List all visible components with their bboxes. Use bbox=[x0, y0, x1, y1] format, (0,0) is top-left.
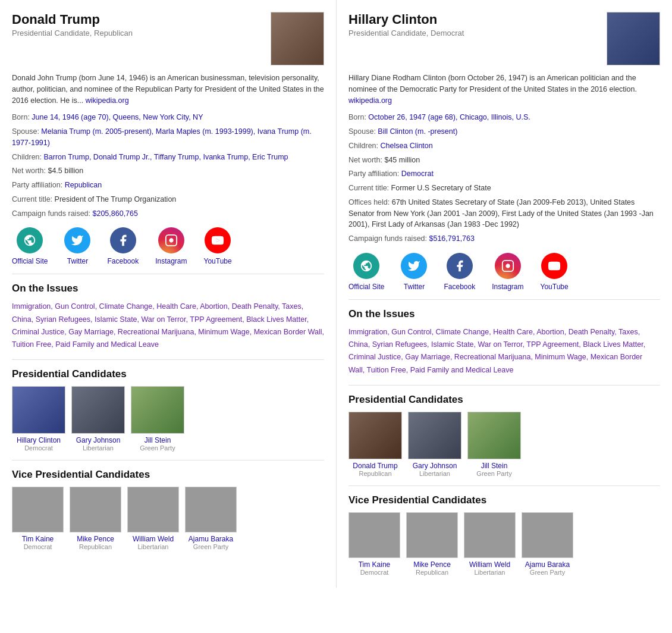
right-children-val[interactable]: Chelsea Clinton bbox=[381, 142, 433, 150]
right-social-facebook[interactable]: Facebook bbox=[444, 253, 475, 291]
r-issue-war[interactable]: War on Terror bbox=[478, 340, 523, 349]
issue-immigration[interactable]: Immigration bbox=[12, 302, 51, 311]
r-issue-immigration[interactable]: Immigration bbox=[348, 328, 387, 336]
right-vp-baraka[interactable]: Ajamu Baraka Green Party bbox=[522, 512, 573, 576]
right-wiki-link[interactable]: wikipedia.org bbox=[348, 96, 392, 105]
r-issue-china[interactable]: China bbox=[348, 340, 368, 349]
left-name-block: Donald Trump Presidential Candidate, Rep… bbox=[12, 12, 133, 37]
issue-family[interactable]: Paid Family and Medical Leave bbox=[55, 340, 159, 349]
right-vp-kaine-photo bbox=[348, 512, 400, 558]
r-issue-islamic[interactable]: Islamic State bbox=[431, 340, 474, 349]
r-issue-tpp[interactable]: TPP Agreement bbox=[526, 340, 579, 349]
issue-taxes[interactable]: Taxes bbox=[282, 302, 302, 311]
left-children-val[interactable]: Barron Trump, Donald Trump Jr., Tiffany … bbox=[44, 153, 288, 161]
right-vp-pence-name[interactable]: Mike Pence bbox=[413, 560, 451, 569]
right-vp-kaine-name[interactable]: Tim Kaine bbox=[359, 560, 391, 569]
left-pres-stein[interactable]: Jill Stein Green Party bbox=[131, 386, 184, 452]
issue-abortion[interactable]: Abortion bbox=[200, 302, 228, 311]
left-vp-pence[interactable]: Mike Pence Republican bbox=[70, 487, 121, 550]
right-vp-weld-name[interactable]: William Weld bbox=[469, 560, 510, 569]
right-pres-stein-name[interactable]: Jill Stein bbox=[481, 462, 508, 470]
right-vp-pence[interactable]: Mike Pence Republican bbox=[406, 512, 458, 576]
issue-healthcare[interactable]: Health Care bbox=[156, 302, 196, 311]
r-issue-family[interactable]: Paid Family and Medical Leave bbox=[410, 366, 514, 374]
left-pres-clinton-name[interactable]: Hillary Clinton bbox=[17, 436, 61, 444]
left-funds-val[interactable]: $205,860,765 bbox=[93, 209, 138, 218]
right-pres-stein[interactable]: Jill Stein Green Party bbox=[467, 412, 521, 477]
issue-minwage[interactable]: Minimum Wage bbox=[198, 328, 249, 336]
issue-china[interactable]: China bbox=[12, 315, 32, 324]
issue-tpp[interactable]: TPP Agreement bbox=[190, 315, 242, 324]
right-vp-weld[interactable]: William Weld Libertarian bbox=[464, 512, 516, 576]
right-pres-johnson[interactable]: Gary Johnson Libertarian bbox=[408, 412, 461, 477]
r-issue-healthcare[interactable]: Health Care bbox=[493, 328, 533, 336]
left-vp-pence-name[interactable]: Mike Pence bbox=[77, 535, 114, 543]
left-pres-clinton[interactable]: Hillary Clinton Democrat bbox=[12, 386, 65, 452]
r-issue-gay[interactable]: Gay Marriage bbox=[405, 353, 450, 361]
r-issue-minwage[interactable]: Minimum Wage bbox=[535, 353, 586, 361]
r-issue-gun[interactable]: Gun Control bbox=[391, 328, 431, 336]
left-wiki-link[interactable]: wikipedia.org bbox=[86, 96, 129, 105]
left-social-facebook[interactable]: Facebook bbox=[107, 227, 139, 265]
left-vp-baraka[interactable]: Ajamu Baraka Green Party bbox=[185, 487, 237, 550]
r-issue-refugees[interactable]: Syrian Refugees bbox=[372, 340, 427, 349]
issue-gay[interactable]: Gay Marriage bbox=[68, 328, 114, 336]
issue-tuition[interactable]: Tuition Free bbox=[12, 340, 51, 349]
right-party-val[interactable]: Democrat bbox=[401, 170, 434, 178]
r-issue-abortion[interactable]: Abortion bbox=[536, 328, 564, 336]
r-issue-crim[interactable]: Criminal Justice bbox=[348, 353, 401, 361]
left-issues-links[interactable]: Immigration, Gun Control, Climate Change… bbox=[12, 300, 324, 351]
right-pres-trump-name[interactable]: Donald Trump bbox=[353, 462, 397, 470]
issue-death[interactable]: Death Penalty bbox=[232, 302, 278, 311]
left-social-instagram[interactable]: Instagram bbox=[155, 227, 187, 265]
issue-marijuana[interactable]: Recreational Marijuana bbox=[118, 328, 194, 336]
left-vp-kaine-name[interactable]: Tim Kaine bbox=[22, 535, 54, 543]
r-issue-climate[interactable]: Climate Change bbox=[436, 328, 489, 336]
left-born-val[interactable]: June 14, 1946 (age 70), Queens, New York… bbox=[32, 113, 203, 121]
right-vp-kaine[interactable]: Tim Kaine Democrat bbox=[348, 512, 400, 576]
r-issue-marijuana[interactable]: Recreational Marijuana bbox=[454, 353, 531, 361]
issue-refugees[interactable]: Syrian Refugees bbox=[36, 315, 90, 324]
left-social-youtube[interactable]: YouTube bbox=[204, 227, 232, 265]
right-funds-val[interactable]: $516,791,763 bbox=[429, 234, 475, 243]
left-social-twitter[interactable]: Twitter bbox=[64, 227, 90, 265]
right-social-instagram[interactable]: Instagram bbox=[492, 253, 523, 291]
issue-crim[interactable]: Criminal Justice bbox=[12, 328, 64, 336]
left-vp-baraka-name[interactable]: Ajamu Baraka bbox=[189, 535, 233, 543]
issue-islamic[interactable]: Islamic State bbox=[95, 315, 137, 324]
r-issue-tuition[interactable]: Tuition Free bbox=[367, 366, 406, 374]
right-column: Hillary Clinton Presidential Candidate, … bbox=[336, 0, 672, 588]
left-bio: Donald John Trump (born June 14, 1946) i… bbox=[12, 73, 324, 106]
right-issues-links[interactable]: Immigration, Gun Control, Climate Change… bbox=[348, 326, 660, 377]
left-vp-kaine[interactable]: Tim Kaine Democrat bbox=[12, 487, 64, 550]
right-pres-johnson-name[interactable]: Gary Johnson bbox=[413, 462, 457, 470]
issue-war[interactable]: War on Terror bbox=[142, 315, 186, 324]
right-social-youtube[interactable]: YouTube bbox=[541, 253, 569, 291]
left-twitter-icon bbox=[64, 227, 90, 253]
right-born-val[interactable]: October 26, 1947 (age 68), Chicago, Illi… bbox=[368, 113, 530, 121]
left-vp-weld-name[interactable]: William Weld bbox=[133, 535, 174, 543]
issue-gun[interactable]: Gun Control bbox=[55, 302, 95, 311]
right-name-block: Hillary Clinton Presidential Candidate, … bbox=[348, 12, 464, 37]
r-issue-taxes[interactable]: Taxes bbox=[618, 328, 638, 336]
right-vp-baraka-photo bbox=[522, 512, 573, 558]
left-vp-weld[interactable]: William Weld Libertarian bbox=[127, 487, 179, 550]
right-pres-johnson-party: Libertarian bbox=[419, 470, 450, 477]
right-social-site[interactable]: Official Site bbox=[348, 253, 384, 291]
issue-border[interactable]: Mexican Border Wall bbox=[254, 328, 322, 336]
right-social-twitter[interactable]: Twitter bbox=[401, 253, 427, 291]
right-vp-baraka-name[interactable]: Ajamu Baraka bbox=[525, 560, 570, 569]
left-pres-stein-name[interactable]: Jill Stein bbox=[145, 436, 171, 444]
left-party-val[interactable]: Republican bbox=[65, 181, 102, 189]
right-pres-trump[interactable]: Donald Trump Republican bbox=[348, 412, 402, 477]
right-spouse-val[interactable]: Bill Clinton (m. -present) bbox=[378, 127, 457, 136]
left-spouse-val[interactable]: Melania Trump (m. 2005-present), Marla M… bbox=[12, 127, 312, 147]
left-pres-johnson[interactable]: Gary Johnson Libertarian bbox=[71, 386, 125, 452]
left-social-site[interactable]: Official Site bbox=[12, 227, 48, 265]
issue-blm[interactable]: Black Lives Matter bbox=[246, 315, 306, 324]
left-pres-johnson-name[interactable]: Gary Johnson bbox=[76, 436, 121, 444]
right-vp-pence-party: Republican bbox=[416, 569, 448, 576]
r-issue-death[interactable]: Death Penalty bbox=[569, 328, 615, 336]
r-issue-blm[interactable]: Black Lives Matter bbox=[583, 340, 643, 349]
issue-climate[interactable]: Climate Change bbox=[99, 302, 153, 311]
